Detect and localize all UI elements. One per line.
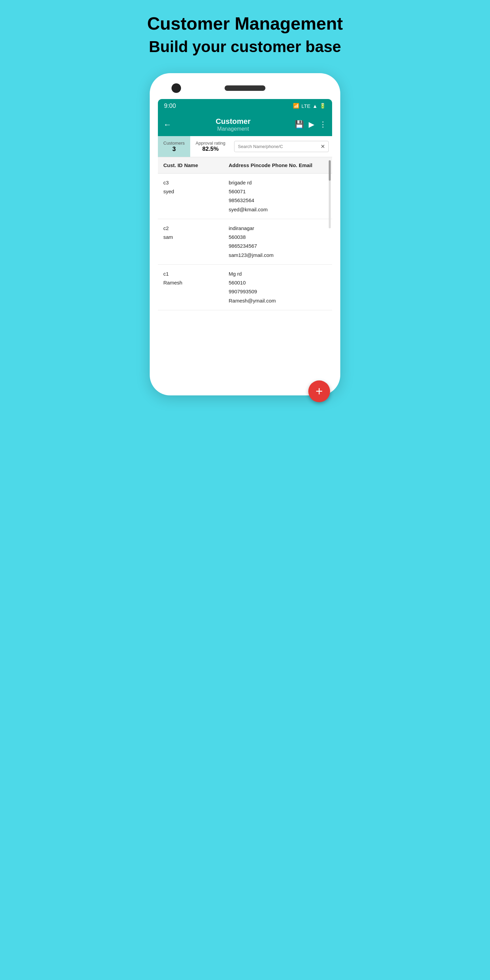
customer-pincode-0: 560071 xyxy=(229,187,327,196)
cell-details-2: Mg rd 560010 9907993509 Ramesh@ymail.com xyxy=(229,269,327,305)
page-wrapper: Customer Management Build your customer … xyxy=(123,14,368,395)
tab-approval[interactable]: Approval rating 82.5% xyxy=(190,136,231,156)
status-bar: 9:00 📶 LTE ▲ 🔋 xyxy=(158,99,332,113)
fab-icon: + xyxy=(315,385,323,398)
customer-email-0: syed@kmail.com xyxy=(229,205,327,214)
speaker xyxy=(224,86,266,91)
wifi-icon: 📶 xyxy=(293,103,299,109)
app-bar: ← Customer Management 💾 ▶ ⋮ xyxy=(158,113,332,136)
phone-shell: 9:00 📶 LTE ▲ 🔋 ← Customer Management 💾 ▶ xyxy=(150,73,340,395)
customer-id-2: c1 xyxy=(163,269,229,278)
customer-email-2: Ramesh@ymail.com xyxy=(229,296,327,305)
customer-id-1: c2 xyxy=(163,224,229,233)
customer-address-0: brigade rd xyxy=(229,178,327,187)
header-col-id-name: Cust. ID Name xyxy=(163,161,229,170)
save-icon[interactable]: 💾 xyxy=(295,120,304,129)
customer-phone-0: 985632564 xyxy=(229,196,327,205)
status-time: 9:00 xyxy=(164,102,176,110)
table-row[interactable]: c2 sam indiranagar 560038 9865234567 sam… xyxy=(158,219,332,265)
phone-top xyxy=(158,83,332,93)
header-email: Email xyxy=(299,162,312,168)
camera xyxy=(172,83,181,93)
customer-name-2: Ramesh xyxy=(163,278,229,287)
cell-id-name-2: c1 Ramesh xyxy=(163,269,229,288)
scrollbar-thumb[interactable] xyxy=(329,160,331,181)
header-cust-id: Cust. ID xyxy=(163,162,183,168)
tab-customers[interactable]: Customers 3 xyxy=(158,136,190,157)
cell-id-name-0: c3 syed xyxy=(163,178,229,196)
table-header-row: Cust. ID Name Address Pincode Phone No. … xyxy=(158,157,332,173)
search-box[interactable]: ✕ xyxy=(234,141,329,152)
tab-customers-value: 3 xyxy=(163,146,185,153)
back-button[interactable]: ← xyxy=(163,120,172,129)
lte-label: LTE xyxy=(301,103,310,109)
header-phone: Phone No. xyxy=(272,162,297,168)
cell-details-0: brigade rd 560071 985632564 syed@kmail.c… xyxy=(229,178,327,214)
customer-name-0: syed xyxy=(163,187,229,196)
search-input[interactable] xyxy=(238,144,321,149)
battery-icon: 🔋 xyxy=(320,103,326,109)
table-row[interactable]: c1 Ramesh Mg rd 560010 9907993509 Ramesh… xyxy=(158,265,332,310)
subheadline: Build your customer base xyxy=(149,37,341,56)
customer-address-1: indiranagar xyxy=(229,224,327,233)
cell-id-name-1: c2 sam xyxy=(163,224,229,242)
tab-approval-label: Approval rating xyxy=(196,140,225,146)
phone-screen: 9:00 📶 LTE ▲ 🔋 ← Customer Management 💾 ▶ xyxy=(158,99,332,379)
customer-rows-container: c3 syed brigade rd 560071 985632564 syed… xyxy=(158,173,332,310)
app-bar-title: Customer Management xyxy=(216,117,251,132)
customer-id-0: c3 xyxy=(163,178,229,187)
header-col-details: Address Pincode Phone No. Email xyxy=(229,161,327,170)
signal-icon: ▲ xyxy=(312,103,318,109)
customer-name-1: sam xyxy=(163,233,229,242)
header-pincode: Pincode xyxy=(250,162,270,168)
tab-customers-label: Customers xyxy=(163,140,185,146)
tab-row: Customers 3 Approval rating 82.5% ✕ xyxy=(158,136,332,157)
customer-phone-2: 9907993509 xyxy=(229,287,327,296)
send-icon[interactable]: ▶ xyxy=(309,120,314,129)
customer-pincode-1: 560038 xyxy=(229,233,327,242)
customer-pincode-2: 560010 xyxy=(229,278,327,287)
app-title-sub: Management xyxy=(216,126,251,132)
tab-approval-value: 82.5% xyxy=(196,146,225,153)
app-bar-actions: 💾 ▶ ⋮ xyxy=(295,120,327,129)
customer-email-1: sam123@jmail.com xyxy=(229,251,327,259)
customer-phone-1: 9865234567 xyxy=(229,242,327,250)
header-name: Name xyxy=(184,162,198,168)
empty-space xyxy=(158,310,332,379)
customer-address-2: Mg rd xyxy=(229,269,327,278)
more-icon[interactable]: ⋮ xyxy=(319,120,327,129)
status-icons: 📶 LTE ▲ 🔋 xyxy=(293,103,326,109)
table-row[interactable]: c3 syed brigade rd 560071 985632564 syed… xyxy=(158,173,332,219)
customer-table: Cust. ID Name Address Pincode Phone No. … xyxy=(158,157,332,310)
scrollbar-track xyxy=(329,160,331,228)
app-title-main: Customer xyxy=(216,117,251,126)
header-address: Address xyxy=(229,162,249,168)
search-clear-icon[interactable]: ✕ xyxy=(321,143,325,150)
cell-details-1: indiranagar 560038 9865234567 sam123@jma… xyxy=(229,224,327,259)
headline: Customer Management xyxy=(147,14,343,34)
fab-button[interactable]: + xyxy=(308,380,330,402)
